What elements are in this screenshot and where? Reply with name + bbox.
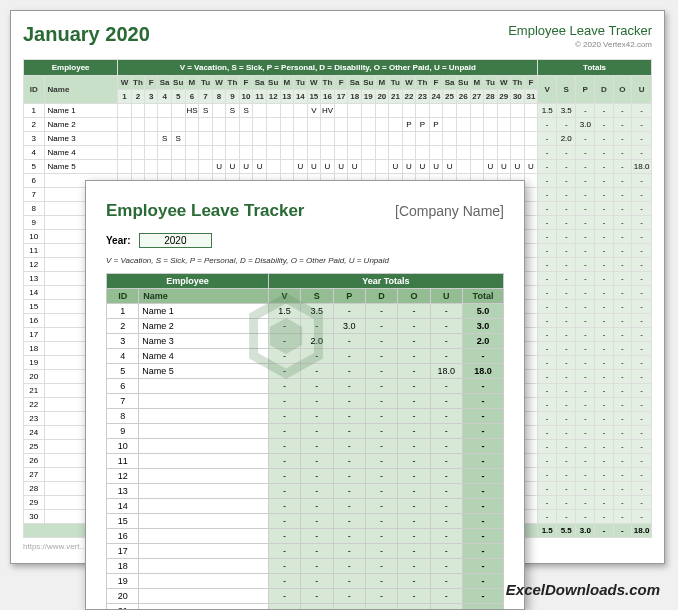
- val-s[interactable]: -: [301, 559, 333, 574]
- day-value[interactable]: [389, 146, 403, 160]
- day-value[interactable]: [307, 146, 321, 160]
- day-value[interactable]: [524, 202, 538, 216]
- day-value[interactable]: [239, 118, 253, 132]
- day-value[interactable]: [158, 146, 172, 160]
- day-value[interactable]: [212, 132, 225, 146]
- val-u[interactable]: -: [430, 424, 462, 439]
- day-value[interactable]: P: [416, 118, 430, 132]
- row-name[interactable]: [139, 544, 268, 559]
- val-s[interactable]: -: [301, 454, 333, 469]
- day-value[interactable]: [266, 160, 280, 174]
- val-s[interactable]: -: [301, 529, 333, 544]
- val-v[interactable]: -: [268, 604, 300, 611]
- val-o[interactable]: -: [398, 364, 430, 379]
- day-value[interactable]: [118, 132, 131, 146]
- day-value[interactable]: [524, 314, 538, 328]
- row-name[interactable]: Name 3: [44, 132, 118, 146]
- row-name[interactable]: Name 1: [44, 104, 118, 118]
- val-p[interactable]: -: [333, 439, 365, 454]
- val-v[interactable]: -: [268, 529, 300, 544]
- day-value[interactable]: [389, 132, 403, 146]
- val-s[interactable]: -: [301, 589, 333, 604]
- day-value[interactable]: [334, 104, 348, 118]
- day-value[interactable]: [524, 132, 538, 146]
- day-value[interactable]: [524, 384, 538, 398]
- row-name[interactable]: Name 4: [139, 349, 268, 364]
- day-value[interactable]: [511, 104, 525, 118]
- val-d[interactable]: -: [365, 574, 397, 589]
- val-p[interactable]: -: [333, 559, 365, 574]
- val-v[interactable]: -: [268, 364, 300, 379]
- val-o[interactable]: -: [398, 379, 430, 394]
- day-value[interactable]: [171, 118, 185, 132]
- row-name[interactable]: [139, 469, 268, 484]
- day-value[interactable]: U: [429, 160, 443, 174]
- val-p[interactable]: -: [333, 499, 365, 514]
- row-name[interactable]: [139, 529, 268, 544]
- val-p[interactable]: -: [333, 454, 365, 469]
- val-d[interactable]: -: [365, 529, 397, 544]
- val-p[interactable]: -: [333, 424, 365, 439]
- row-name[interactable]: [139, 604, 268, 611]
- day-value[interactable]: [456, 104, 470, 118]
- day-value[interactable]: [484, 118, 498, 132]
- val-d[interactable]: -: [365, 394, 397, 409]
- day-value[interactable]: [321, 132, 335, 146]
- day-value[interactable]: [171, 104, 185, 118]
- val-d[interactable]: -: [365, 409, 397, 424]
- val-u[interactable]: -: [430, 544, 462, 559]
- val-o[interactable]: -: [398, 409, 430, 424]
- row-name[interactable]: Name 4: [44, 146, 118, 160]
- val-o[interactable]: -: [398, 559, 430, 574]
- day-value[interactable]: S: [158, 132, 172, 146]
- day-value[interactable]: [456, 146, 470, 160]
- day-value[interactable]: [456, 160, 470, 174]
- day-value[interactable]: [416, 132, 430, 146]
- val-p[interactable]: -: [333, 349, 365, 364]
- val-d[interactable]: -: [365, 514, 397, 529]
- val-o[interactable]: -: [398, 424, 430, 439]
- day-value[interactable]: [375, 104, 389, 118]
- day-value[interactable]: [361, 146, 375, 160]
- day-value[interactable]: [361, 160, 375, 174]
- day-value[interactable]: [253, 146, 267, 160]
- val-o[interactable]: -: [398, 304, 430, 319]
- row-name[interactable]: [139, 424, 268, 439]
- day-value[interactable]: [212, 118, 225, 132]
- day-value[interactable]: [199, 146, 213, 160]
- val-d[interactable]: -: [365, 484, 397, 499]
- day-value[interactable]: [524, 244, 538, 258]
- day-value[interactable]: [524, 412, 538, 426]
- day-value[interactable]: S: [171, 132, 185, 146]
- day-value[interactable]: [131, 132, 145, 146]
- val-s[interactable]: -: [301, 364, 333, 379]
- day-value[interactable]: [402, 132, 416, 146]
- day-value[interactable]: [524, 342, 538, 356]
- row-name[interactable]: [139, 409, 268, 424]
- day-value[interactable]: [511, 118, 525, 132]
- val-p[interactable]: -: [333, 514, 365, 529]
- day-value[interactable]: [524, 468, 538, 482]
- val-p[interactable]: -: [333, 304, 365, 319]
- day-value[interactable]: P: [429, 118, 443, 132]
- val-p[interactable]: -: [333, 574, 365, 589]
- val-d[interactable]: -: [365, 334, 397, 349]
- val-o[interactable]: -: [398, 349, 430, 364]
- day-value[interactable]: [524, 510, 538, 524]
- val-p[interactable]: -: [333, 469, 365, 484]
- val-v[interactable]: -: [268, 574, 300, 589]
- day-value[interactable]: [226, 118, 240, 132]
- day-value[interactable]: [158, 104, 172, 118]
- val-u[interactable]: -: [430, 394, 462, 409]
- day-value[interactable]: [402, 146, 416, 160]
- val-d[interactable]: -: [365, 304, 397, 319]
- val-v[interactable]: -: [268, 379, 300, 394]
- day-value[interactable]: U: [497, 160, 511, 174]
- day-value[interactable]: [456, 132, 470, 146]
- val-s[interactable]: -: [301, 469, 333, 484]
- row-name[interactable]: Name 5: [139, 364, 268, 379]
- val-o[interactable]: -: [398, 319, 430, 334]
- day-value[interactable]: [253, 104, 267, 118]
- val-u[interactable]: -: [430, 319, 462, 334]
- row-name[interactable]: [139, 439, 268, 454]
